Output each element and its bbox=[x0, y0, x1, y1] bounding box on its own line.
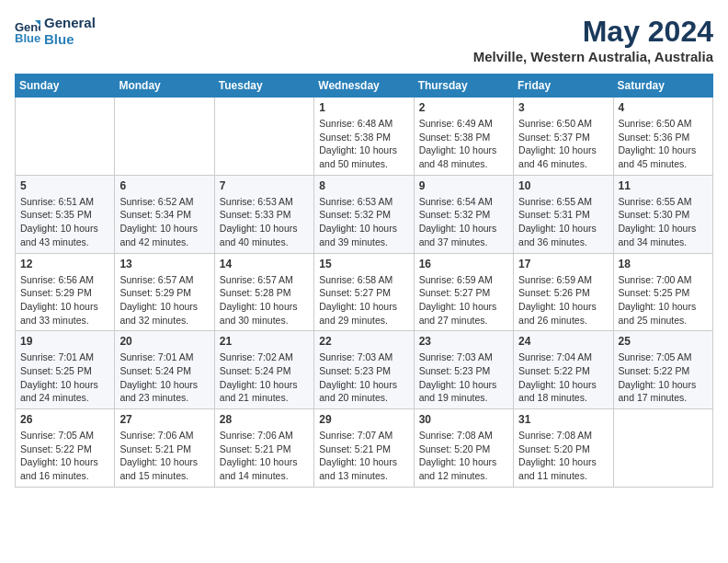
column-header-wednesday: Wednesday bbox=[314, 75, 414, 98]
day-info: Sunrise: 6:52 AM Sunset: 5:34 PM Dayligh… bbox=[119, 195, 209, 249]
day-number: 7 bbox=[220, 179, 309, 192]
calendar-cell: 25Sunrise: 7:05 AM Sunset: 5:22 PM Dayli… bbox=[613, 331, 712, 409]
day-number: 16 bbox=[419, 258, 508, 270]
column-header-sunday: Sunday bbox=[16, 75, 115, 98]
column-header-tuesday: Tuesday bbox=[214, 75, 313, 98]
calendar-week-3: 12Sunrise: 6:56 AM Sunset: 5:29 PM Dayli… bbox=[16, 253, 713, 331]
day-info: Sunrise: 6:59 AM Sunset: 5:26 PM Dayligh… bbox=[518, 273, 608, 327]
calendar-week-2: 5Sunrise: 6:51 AM Sunset: 5:35 PM Daylig… bbox=[16, 175, 713, 253]
calendar-cell: 14Sunrise: 6:57 AM Sunset: 5:28 PM Dayli… bbox=[214, 253, 313, 331]
logo-line1: General bbox=[44, 15, 96, 31]
column-header-thursday: Thursday bbox=[414, 75, 513, 98]
day-number: 1 bbox=[319, 101, 408, 114]
calendar-cell: 21Sunrise: 7:02 AM Sunset: 5:24 PM Dayli… bbox=[214, 331, 313, 409]
calendar-cell: 19Sunrise: 7:01 AM Sunset: 5:25 PM Dayli… bbox=[16, 331, 115, 409]
day-info: Sunrise: 6:54 AM Sunset: 5:32 PM Dayligh… bbox=[419, 195, 508, 249]
day-info: Sunrise: 6:51 AM Sunset: 5:35 PM Dayligh… bbox=[20, 195, 109, 249]
day-info: Sunrise: 7:05 AM Sunset: 5:22 PM Dayligh… bbox=[20, 429, 109, 483]
day-info: Sunrise: 7:06 AM Sunset: 5:21 PM Dayligh… bbox=[220, 429, 309, 483]
day-info: Sunrise: 6:56 AM Sunset: 5:29 PM Dayligh… bbox=[20, 273, 109, 327]
day-number: 27 bbox=[119, 413, 209, 426]
day-number: 21 bbox=[220, 335, 309, 348]
calendar-header-row: SundayMondayTuesdayWednesdayThursdayFrid… bbox=[16, 75, 713, 98]
subtitle: Melville, Western Australia, Australia bbox=[473, 49, 713, 64]
calendar-week-4: 19Sunrise: 7:01 AM Sunset: 5:25 PM Dayli… bbox=[16, 331, 713, 409]
day-number: 30 bbox=[419, 413, 508, 426]
calendar-cell: 27Sunrise: 7:06 AM Sunset: 5:21 PM Dayli… bbox=[115, 409, 214, 488]
day-info: Sunrise: 7:00 AM Sunset: 5:25 PM Dayligh… bbox=[619, 273, 708, 327]
calendar-cell: 10Sunrise: 6:55 AM Sunset: 5:31 PM Dayli… bbox=[514, 175, 613, 253]
calendar-body: 1Sunrise: 6:48 AM Sunset: 5:38 PM Daylig… bbox=[16, 98, 713, 488]
day-info: Sunrise: 6:53 AM Sunset: 5:33 PM Dayligh… bbox=[220, 195, 309, 249]
day-info: Sunrise: 6:57 AM Sunset: 5:28 PM Dayligh… bbox=[220, 273, 309, 327]
day-number: 14 bbox=[220, 258, 309, 270]
day-info: Sunrise: 6:49 AM Sunset: 5:38 PM Dayligh… bbox=[419, 117, 508, 171]
day-info: Sunrise: 7:08 AM Sunset: 5:20 PM Dayligh… bbox=[419, 429, 508, 483]
calendar-cell: 28Sunrise: 7:06 AM Sunset: 5:21 PM Dayli… bbox=[214, 409, 313, 488]
day-info: Sunrise: 6:57 AM Sunset: 5:29 PM Dayligh… bbox=[119, 273, 209, 327]
calendar-cell: 30Sunrise: 7:08 AM Sunset: 5:20 PM Dayli… bbox=[414, 409, 513, 488]
column-header-saturday: Saturday bbox=[613, 75, 712, 98]
logo-line2: Blue bbox=[44, 31, 96, 48]
day-info: Sunrise: 6:55 AM Sunset: 5:31 PM Dayligh… bbox=[518, 195, 608, 249]
calendar-cell: 20Sunrise: 7:01 AM Sunset: 5:24 PM Dayli… bbox=[115, 331, 214, 409]
calendar-week-5: 26Sunrise: 7:05 AM Sunset: 5:22 PM Dayli… bbox=[16, 409, 713, 488]
day-info: Sunrise: 6:50 AM Sunset: 5:36 PM Dayligh… bbox=[619, 117, 708, 171]
calendar-cell: 24Sunrise: 7:04 AM Sunset: 5:22 PM Dayli… bbox=[514, 331, 613, 409]
calendar-cell: 12Sunrise: 6:56 AM Sunset: 5:29 PM Dayli… bbox=[16, 253, 115, 331]
calendar-cell: 29Sunrise: 7:07 AM Sunset: 5:21 PM Dayli… bbox=[314, 409, 414, 488]
page-header: General Blue General Blue May 2024 Melvi… bbox=[15, 15, 713, 64]
day-info: Sunrise: 7:08 AM Sunset: 5:20 PM Dayligh… bbox=[518, 429, 608, 483]
column-header-monday: Monday bbox=[115, 75, 214, 98]
day-number: 19 bbox=[20, 335, 109, 348]
column-header-friday: Friday bbox=[514, 75, 613, 98]
day-info: Sunrise: 6:55 AM Sunset: 5:30 PM Dayligh… bbox=[619, 195, 708, 249]
day-number: 29 bbox=[319, 413, 408, 426]
day-info: Sunrise: 6:48 AM Sunset: 5:38 PM Dayligh… bbox=[319, 117, 408, 171]
calendar-cell: 4Sunrise: 6:50 AM Sunset: 5:36 PM Daylig… bbox=[613, 98, 712, 176]
day-number: 10 bbox=[518, 179, 608, 192]
day-number: 28 bbox=[220, 413, 309, 426]
day-info: Sunrise: 7:03 AM Sunset: 5:23 PM Dayligh… bbox=[419, 350, 508, 405]
calendar-cell: 11Sunrise: 6:55 AM Sunset: 5:30 PM Dayli… bbox=[613, 175, 712, 253]
calendar-cell: 22Sunrise: 7:03 AM Sunset: 5:23 PM Dayli… bbox=[314, 331, 414, 409]
calendar-cell: 23Sunrise: 7:03 AM Sunset: 5:23 PM Dayli… bbox=[414, 331, 513, 409]
day-number: 6 bbox=[119, 179, 209, 192]
day-number: 18 bbox=[619, 258, 708, 270]
day-info: Sunrise: 7:04 AM Sunset: 5:22 PM Dayligh… bbox=[518, 350, 608, 405]
day-info: Sunrise: 6:53 AM Sunset: 5:32 PM Dayligh… bbox=[319, 195, 408, 249]
calendar-cell: 26Sunrise: 7:05 AM Sunset: 5:22 PM Dayli… bbox=[16, 409, 115, 488]
day-number: 11 bbox=[619, 179, 708, 192]
calendar-cell: 9Sunrise: 6:54 AM Sunset: 5:32 PM Daylig… bbox=[414, 175, 513, 253]
day-info: Sunrise: 7:05 AM Sunset: 5:22 PM Dayligh… bbox=[619, 350, 708, 405]
calendar-cell: 15Sunrise: 6:58 AM Sunset: 5:27 PM Dayli… bbox=[314, 253, 414, 331]
calendar-cell bbox=[613, 409, 712, 488]
day-number: 3 bbox=[518, 101, 608, 114]
day-number: 17 bbox=[518, 258, 608, 270]
day-number: 24 bbox=[518, 335, 608, 348]
day-number: 26 bbox=[20, 413, 109, 426]
calendar-cell bbox=[16, 98, 115, 176]
day-number: 20 bbox=[119, 335, 209, 348]
day-info: Sunrise: 7:02 AM Sunset: 5:24 PM Dayligh… bbox=[220, 350, 309, 405]
logo-icon: General Blue bbox=[15, 18, 40, 44]
calendar-week-1: 1Sunrise: 6:48 AM Sunset: 5:38 PM Daylig… bbox=[16, 98, 713, 176]
day-number: 2 bbox=[419, 101, 508, 114]
main-title: May 2024 bbox=[473, 15, 713, 49]
day-number: 9 bbox=[419, 179, 508, 192]
day-number: 15 bbox=[319, 258, 408, 270]
day-number: 8 bbox=[319, 179, 408, 192]
day-info: Sunrise: 7:01 AM Sunset: 5:25 PM Dayligh… bbox=[20, 350, 109, 405]
calendar-cell bbox=[115, 98, 214, 176]
calendar-cell: 7Sunrise: 6:53 AM Sunset: 5:33 PM Daylig… bbox=[214, 175, 313, 253]
day-info: Sunrise: 7:06 AM Sunset: 5:21 PM Dayligh… bbox=[119, 429, 209, 483]
day-info: Sunrise: 6:50 AM Sunset: 5:37 PM Dayligh… bbox=[518, 117, 608, 171]
day-number: 5 bbox=[20, 179, 109, 192]
calendar-cell: 2Sunrise: 6:49 AM Sunset: 5:38 PM Daylig… bbox=[414, 98, 513, 176]
day-number: 31 bbox=[518, 413, 608, 426]
day-number: 25 bbox=[619, 335, 708, 348]
calendar-cell: 31Sunrise: 7:08 AM Sunset: 5:20 PM Dayli… bbox=[514, 409, 613, 488]
day-info: Sunrise: 7:01 AM Sunset: 5:24 PM Dayligh… bbox=[119, 350, 209, 405]
calendar-cell: 3Sunrise: 6:50 AM Sunset: 5:37 PM Daylig… bbox=[514, 98, 613, 176]
calendar-cell: 13Sunrise: 6:57 AM Sunset: 5:29 PM Dayli… bbox=[115, 253, 214, 331]
